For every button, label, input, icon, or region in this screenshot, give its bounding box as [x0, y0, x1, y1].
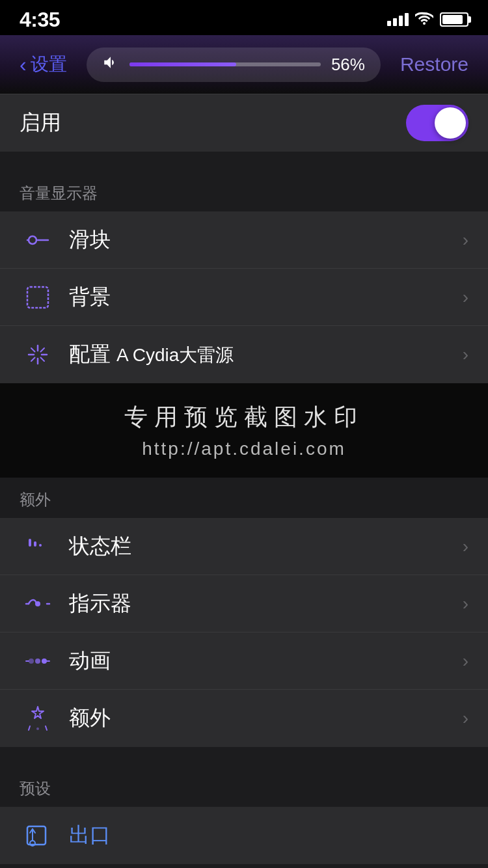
slider-label: 滑块 [69, 226, 463, 254]
volume-slider-track[interactable] [129, 62, 321, 66]
menu-item-slider[interactable]: 滑块 › [0, 211, 488, 269]
status-icons [387, 10, 468, 29]
menu-item-indicator[interactable]: 指示器 › [0, 575, 488, 632]
indicator-chevron-icon: › [463, 593, 468, 614]
indicator-icon [20, 586, 56, 622]
enable-toggle-row: 启用 [0, 94, 488, 152]
extras-icon [20, 700, 56, 737]
presets-section-header: 预设 [0, 773, 488, 807]
svg-point-10 [42, 658, 47, 664]
svg-point-8 [29, 658, 34, 664]
volume-display-title: 音量显示器 [20, 184, 98, 202]
animation-label: 动画 [69, 647, 463, 675]
watermark-line1: 专用预览截图水印 [0, 401, 488, 433]
volume-slider-fill [129, 62, 237, 66]
restore-button[interactable]: Restore [400, 53, 468, 75]
watermark-overlay: 专用预览截图水印 http://apt.cdalei.com [0, 383, 488, 478]
menu-item-config[interactable]: 配置 A Cydia大雷源 › [0, 326, 488, 383]
animation-chevron-icon: › [463, 651, 468, 671]
status-time: 4:35 [20, 8, 60, 32]
battery-icon [440, 12, 468, 27]
section-gap-presets [0, 747, 488, 773]
watermark-line2: http://apt.cdalei.com [0, 439, 488, 459]
volume-display-menu-group: 滑块 › 背景 › 配置 A Cydia大雷源 [0, 211, 488, 478]
svg-rect-6 [39, 544, 42, 547]
menu-item-extras[interactable]: 额外 › [0, 690, 488, 747]
svg-point-0 [29, 236, 36, 244]
export-label: 出口 [69, 821, 468, 850]
slider-chevron-icon: › [463, 230, 468, 251]
svg-point-13 [36, 727, 39, 730]
statusbar-icon [20, 528, 56, 565]
extra-menu-group: 状态栏 › 指示器 › [0, 518, 488, 747]
svg-point-9 [35, 658, 40, 664]
background-label: 背景 [69, 283, 463, 312]
animation-icon [20, 643, 56, 679]
enable-label: 启用 [20, 109, 61, 137]
background-icon [20, 279, 56, 316]
statusbar-chevron-icon: › [463, 536, 468, 557]
extras-label: 额外 [69, 704, 463, 733]
extra-section-header: 额外 [0, 484, 488, 518]
svg-point-7 [35, 601, 40, 606]
volume-speaker-icon [102, 54, 119, 75]
menu-item-export[interactable]: 出口 [0, 807, 488, 864]
presets-menu-group: 出口 [0, 807, 488, 864]
svg-rect-3 [27, 287, 48, 308]
status-bar: 4:35 [0, 0, 488, 35]
back-button[interactable]: ‹ 设置 [20, 52, 67, 77]
signal-icon [387, 13, 409, 26]
indicator-label: 指示器 [69, 590, 463, 618]
back-label: 设置 [31, 52, 67, 77]
section-gap-1 [0, 152, 488, 178]
menu-item-background[interactable]: 背景 › [0, 269, 488, 326]
volume-percent: 56% [331, 55, 365, 75]
export-icon [20, 817, 56, 854]
config-icon [20, 336, 56, 373]
extra-title: 额外 [20, 491, 51, 508]
svg-rect-4 [29, 539, 31, 547]
section-gap-extra-top [0, 478, 488, 484]
page-container: 4:35 ‹ 设置 [0, 0, 488, 864]
slider-icon [20, 222, 56, 258]
volume-display-section-header: 音量显示器 [0, 178, 488, 211]
wifi-icon [415, 10, 433, 29]
volume-control: 56% [87, 47, 381, 82]
enable-toggle[interactable] [406, 105, 468, 141]
menu-item-statusbar[interactable]: 状态栏 › [0, 518, 488, 575]
watermark-region: 配置 A Cydia大雷源 › 专用预览截图水印 http://apt.cdal… [0, 326, 488, 478]
volume-header: ‹ 设置 56% Restore [0, 35, 488, 94]
config-label: 配置 A Cydia大雷源 [69, 340, 463, 369]
svg-rect-5 [34, 541, 36, 547]
menu-item-animation[interactable]: 动画 › [0, 632, 488, 690]
back-arrow-icon: ‹ [20, 53, 27, 77]
toggle-knob [435, 107, 466, 139]
statusbar-label: 状态栏 [69, 532, 463, 561]
config-chevron-icon: › [463, 344, 468, 365]
presets-title: 预设 [20, 780, 51, 797]
background-chevron-icon: › [463, 287, 468, 308]
extras-chevron-icon: › [463, 708, 468, 729]
